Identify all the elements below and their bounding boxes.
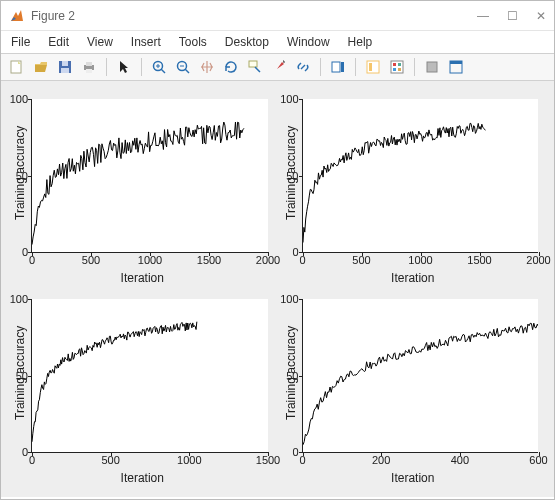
axes[interactable]: 0501000500100015002000 [31, 99, 268, 253]
subplot-2: Training accuracy 0501000500100015002000… [282, 93, 545, 285]
subplot-1: Training accuracy 0501000500100015002000… [11, 93, 274, 285]
axes[interactable]: 0501000200400600 [302, 299, 539, 453]
svg-line-8 [161, 69, 165, 73]
toolbar-separator [414, 58, 415, 76]
svg-rect-21 [393, 63, 396, 66]
pointer-icon[interactable] [114, 57, 134, 77]
pan-icon[interactable] [197, 57, 217, 77]
svg-rect-3 [61, 68, 69, 73]
menu-help[interactable]: Help [348, 35, 373, 49]
subplot-4: Training accuracy 0501000200400600 Itera… [282, 293, 545, 485]
subplot-3: Training accuracy 050100050010001500 Ite… [11, 293, 274, 485]
toolbar-separator [355, 58, 356, 76]
figure-area: Training accuracy 0501000500100015002000… [1, 81, 554, 497]
svg-rect-14 [249, 61, 257, 67]
svg-rect-17 [341, 62, 344, 72]
save-icon[interactable] [55, 57, 75, 77]
datacursor-icon[interactable] [245, 57, 265, 77]
print-icon[interactable] [79, 57, 99, 77]
toolbar-separator [106, 58, 107, 76]
zoom-in-icon[interactable] [149, 57, 169, 77]
axes[interactable]: 0501000500100015002000 [302, 99, 539, 253]
menu-tools[interactable]: Tools [179, 35, 207, 49]
open-icon[interactable] [31, 57, 51, 77]
svg-rect-19 [369, 63, 372, 71]
xlabel: Iteration [282, 271, 545, 285]
maximize-button[interactable]: ☐ [507, 9, 518, 23]
hide-tools-icon[interactable] [422, 57, 442, 77]
colorbar-icon[interactable] [328, 57, 348, 77]
toolbar-separator [320, 58, 321, 76]
brush-icon[interactable] [269, 57, 289, 77]
svg-rect-25 [427, 62, 437, 72]
toolbar [1, 54, 554, 81]
new-figure-icon[interactable] [7, 57, 27, 77]
window-controls: — ☐ ✕ [477, 9, 546, 23]
svg-line-15 [255, 67, 260, 72]
minimize-button[interactable]: — [477, 9, 489, 23]
axes[interactable]: 050100050010001500 [31, 299, 268, 453]
svg-rect-27 [450, 61, 462, 64]
xlabel: Iteration [282, 471, 545, 485]
svg-rect-2 [62, 61, 68, 66]
dock-icon[interactable] [446, 57, 466, 77]
svg-rect-16 [332, 62, 340, 72]
svg-line-12 [185, 69, 189, 73]
legend-icon[interactable] [363, 57, 383, 77]
rotate-icon[interactable] [221, 57, 241, 77]
menu-view[interactable]: View [87, 35, 113, 49]
ploteditor-icon[interactable] [387, 57, 407, 77]
titlebar: Figure 2 — ☐ ✕ [1, 1, 554, 31]
xlabel: Iteration [11, 271, 274, 285]
link-icon[interactable] [293, 57, 313, 77]
svg-rect-5 [86, 62, 92, 66]
svg-rect-22 [398, 63, 401, 66]
menu-insert[interactable]: Insert [131, 35, 161, 49]
menu-desktop[interactable]: Desktop [225, 35, 269, 49]
svg-rect-20 [391, 61, 403, 73]
zoom-out-icon[interactable] [173, 57, 193, 77]
close-button[interactable]: ✕ [536, 9, 546, 23]
svg-rect-24 [398, 68, 401, 71]
svg-rect-23 [393, 68, 396, 71]
menubar: File Edit View Insert Tools Desktop Wind… [1, 31, 554, 54]
menu-file[interactable]: File [11, 35, 30, 49]
window-title: Figure 2 [31, 9, 477, 23]
matlab-icon [9, 8, 25, 24]
svg-rect-18 [367, 61, 379, 73]
toolbar-separator [141, 58, 142, 76]
xlabel: Iteration [11, 471, 274, 485]
menu-edit[interactable]: Edit [48, 35, 69, 49]
svg-rect-6 [86, 69, 92, 73]
menu-window[interactable]: Window [287, 35, 330, 49]
